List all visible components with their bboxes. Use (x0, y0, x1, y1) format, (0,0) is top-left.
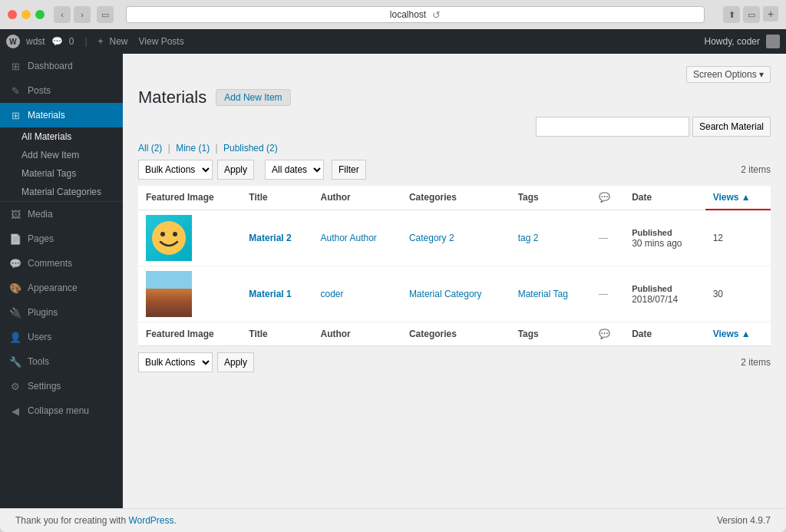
sidebar-label-tools: Tools (28, 356, 49, 367)
comments-sidebar-icon: 💬 (9, 257, 21, 269)
bulk-actions-select-bottom[interactable]: Bulk Actions (138, 352, 213, 372)
wordpress-link[interactable]: WordPress (128, 515, 173, 526)
sidebar-item-appearance[interactable]: 🎨 Appearance (0, 276, 123, 300)
sidebar-label-users: Users (28, 332, 51, 342)
forward-button[interactable]: › (74, 6, 91, 23)
category-link-1[interactable]: Category 2 (409, 233, 454, 243)
view-posts-link[interactable]: View Posts (139, 36, 184, 47)
svg-point-0 (152, 221, 186, 255)
author-link-1[interactable]: Author Author (320, 233, 376, 243)
sidebar-item-posts[interactable]: ✎ Posts (0, 78, 123, 103)
sidebar-item-collapse[interactable]: ◀ Collapse menu (0, 398, 123, 423)
cell-category-2: Material Category (401, 266, 510, 322)
col-views[interactable]: Views ▲ (705, 186, 771, 210)
sidebar-item-materials[interactable]: ⊞ Materials (0, 103, 123, 127)
search-row: Search Material (138, 117, 771, 137)
url-text: localhost (390, 9, 426, 20)
svg-point-1 (160, 232, 165, 236)
date-select[interactable]: All dates (265, 160, 324, 180)
window-control[interactable]: ▭ (97, 6, 114, 23)
maximize-button[interactable] (35, 10, 45, 19)
admin-bar: W wdst 💬 0 | + New View Posts Howdy, cod… (0, 29, 786, 54)
cell-date-2: Published 2018/07/14 (624, 266, 705, 322)
sidebar-label-posts: Posts (28, 85, 51, 96)
sidebar-sub-material-categories[interactable]: Material Categories (0, 183, 123, 201)
version-text: Version 4.9.7 (717, 515, 771, 526)
sidebar-sub-add-new-item[interactable]: Add New Item (0, 146, 123, 164)
sidebar-label-materials: Materials (28, 110, 65, 121)
foot-col-featured-image: Featured Image (138, 322, 241, 345)
post-title-link-1[interactable]: Material 2 (249, 233, 291, 243)
table-row: Material 2 Author Author Category 2 tag … (138, 210, 771, 266)
col-title[interactable]: Title (241, 186, 312, 210)
add-tab-button[interactable]: + (763, 6, 778, 21)
site-name[interactable]: wdst (26, 36, 45, 47)
cell-comments-1: — (591, 210, 624, 266)
sidebar-item-tools[interactable]: 🔧 Tools (0, 349, 123, 374)
share-button[interactable]: ⬆ (723, 6, 740, 23)
footer-text: Thank you for creating with WordPress. (15, 515, 177, 526)
comments-count: 0 (69, 36, 74, 47)
col-comments[interactable]: 💬 (591, 186, 624, 210)
search-input[interactable] (536, 117, 689, 137)
cell-date-1: Published 30 mins ago (624, 210, 705, 266)
dashboard-icon: ⊞ (9, 60, 21, 72)
bulk-actions-bar-bottom: Bulk Actions Apply 2 items (138, 352, 771, 372)
author-link-2[interactable]: coder (320, 289, 343, 299)
new-item-link[interactable]: New (110, 36, 128, 47)
back-button[interactable]: ‹ (54, 6, 71, 23)
col-categories: Categories (401, 186, 510, 210)
sidebar: ⊞ Dashboard ✎ Posts ⊞ Materials All Mate… (0, 54, 123, 508)
filter-sep-2: | (216, 143, 220, 154)
reload-icon[interactable]: ↺ (432, 9, 441, 21)
sidebar-label-appearance: Appearance (28, 283, 78, 293)
filter-sep-1: | (168, 143, 173, 154)
avatar (766, 35, 780, 48)
filter-button[interactable]: Filter (332, 160, 366, 180)
screen-options-button[interactable]: Screen Options ▾ (686, 66, 771, 83)
cell-tag-2: Material Tag (510, 266, 591, 322)
apply-button-bottom[interactable]: Apply (217, 352, 254, 372)
tag-link-1[interactable]: tag 2 (518, 233, 539, 243)
minimize-button[interactable] (21, 10, 31, 19)
sidebar-item-users[interactable]: 👤 Users (0, 325, 123, 349)
sidebar-item-plugins[interactable]: 🔌 Plugins (0, 300, 123, 325)
sidebar-item-pages[interactable]: 📄 Pages (0, 226, 123, 251)
sidebar-item-settings[interactable]: ⚙ Settings (0, 374, 123, 398)
foot-col-date: Date (624, 322, 705, 345)
apply-button-top[interactable]: Apply (217, 160, 254, 180)
main-content: Screen Options ▾ Materials Add New Item … (123, 54, 786, 508)
sidebar-label-plugins: Plugins (28, 307, 58, 318)
col-date[interactable]: Date (624, 186, 705, 210)
appearance-icon: 🎨 (9, 282, 21, 294)
add-new-item-button[interactable]: Add New Item (216, 89, 290, 106)
url-bar[interactable]: localhost ↺ (126, 6, 705, 23)
cell-title-2: Material 1 (241, 266, 312, 322)
col-author[interactable]: Author (312, 186, 401, 210)
sidebar-item-media[interactable]: 🖼 Media (0, 202, 123, 226)
foot-col-comments: 💬 (591, 322, 624, 345)
tag-link-2[interactable]: Material Tag (518, 289, 568, 299)
search-button[interactable]: Search Material (692, 117, 771, 137)
category-link-2[interactable]: Material Category (409, 289, 482, 299)
sidebar-item-dashboard[interactable]: ⊞ Dashboard (0, 54, 123, 78)
cell-author-2: coder (312, 266, 401, 322)
cell-author-1: Author Author (312, 210, 401, 266)
close-button[interactable] (8, 10, 17, 19)
sidebar-sub-material-tags[interactable]: Material Tags (0, 164, 123, 183)
cell-featured-image-2 (138, 266, 241, 322)
plus-icon: + (98, 36, 104, 47)
tab-button[interactable]: ▭ (743, 6, 760, 23)
filter-all-link[interactable]: All (2) (138, 143, 162, 154)
filter-mine-link[interactable]: Mine (1) (176, 143, 210, 154)
sidebar-sub-all-materials[interactable]: All Materials (0, 127, 123, 146)
sidebar-item-comments[interactable]: 💬 Comments (0, 251, 123, 276)
post-title-link-2[interactable]: Material 1 (249, 289, 291, 299)
materials-icon: ⊞ (9, 109, 21, 121)
filter-published-link[interactable]: Published (2) (223, 143, 278, 154)
page-header: Materials Add New Item (138, 88, 771, 107)
col-tags: Tags (510, 186, 591, 210)
collapse-icon: ◀ (9, 405, 21, 417)
bulk-actions-select-top[interactable]: Bulk Actions (138, 160, 213, 180)
table-header-row: Featured Image Title Author Categories T (138, 186, 771, 210)
